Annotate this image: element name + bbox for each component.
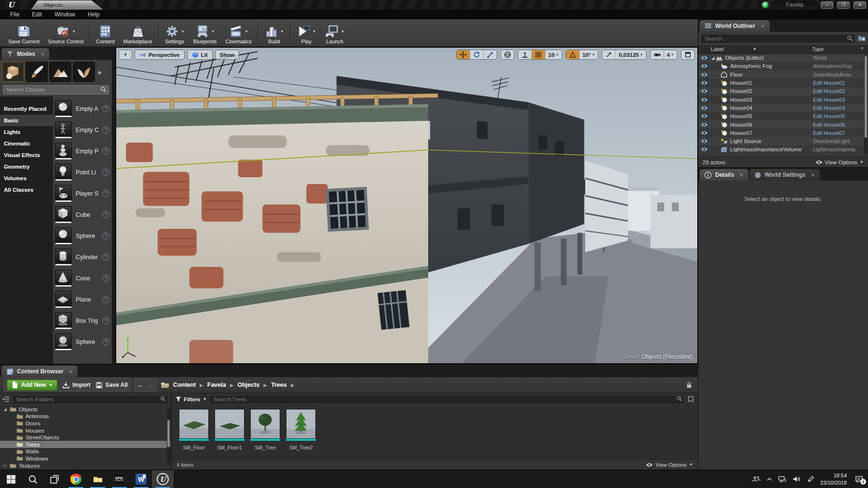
asset-thumbnail[interactable] bbox=[286, 409, 316, 439]
lock-icon[interactable] bbox=[686, 382, 692, 388]
dropdown-arrow-icon[interactable]: ▼ bbox=[72, 29, 76, 34]
viewport[interactable]: ▼ Perspective Lit Show bbox=[116, 47, 698, 364]
close-icon[interactable]: ✕ bbox=[69, 369, 73, 374]
new-folder-icon[interactable] bbox=[858, 35, 866, 41]
visibility-eye-icon[interactable] bbox=[698, 97, 710, 102]
visibility-eye-icon[interactable] bbox=[698, 80, 710, 85]
forward-button[interactable]: → bbox=[147, 381, 154, 389]
level-tab[interactable]: Objects bbox=[31, 0, 103, 10]
visibility-eye-icon[interactable] bbox=[698, 131, 710, 135]
placeable-item-5[interactable]: Cube? bbox=[55, 204, 111, 225]
help-icon[interactable]: ? bbox=[102, 147, 109, 155]
close-button[interactable]: ✕ bbox=[854, 1, 866, 9]
folder-walls[interactable]: Walls bbox=[0, 448, 171, 455]
asset-sm_floor1[interactable]: SM_Floor1 bbox=[214, 409, 245, 450]
category-cinematic[interactable]: Cinematic bbox=[0, 138, 53, 149]
dropdown-arrow-icon[interactable]: ▼ bbox=[312, 29, 316, 34]
folder-expander-icon[interactable]: ▷ bbox=[3, 463, 7, 468]
help-icon[interactable]: ? bbox=[102, 317, 109, 324]
visibility-eye-icon[interactable] bbox=[698, 114, 710, 119]
content-browser-tab[interactable]: Content Browser ✕ bbox=[1, 366, 78, 377]
dropdown-arrow-icon[interactable]: ▼ bbox=[341, 29, 345, 34]
sphere-thumb-icon[interactable] bbox=[55, 227, 72, 244]
help-icon[interactable]: ? bbox=[102, 232, 109, 239]
placeable-item-1[interactable]: Empty C? bbox=[55, 119, 111, 141]
search-assets-input[interactable] bbox=[209, 395, 685, 404]
actor-label[interactable]: House02 bbox=[730, 88, 813, 94]
placeable-item-9[interactable]: Plane? bbox=[55, 289, 111, 310]
outliner-row-5[interactable]: House03Edit House03 bbox=[698, 95, 868, 104]
folder-houses[interactable]: Houses bbox=[0, 427, 171, 434]
close-icon[interactable]: ✕ bbox=[760, 24, 764, 29]
help-icon[interactable]: ? bbox=[102, 211, 109, 218]
filters-button[interactable]: Filters ▼ bbox=[176, 396, 206, 402]
edit-blueprint-link[interactable]: Edit House04 bbox=[813, 105, 868, 111]
placeable-item-3[interactable]: Point Li? bbox=[55, 162, 111, 183]
folder-objects[interactable]: ◢Objects bbox=[0, 406, 171, 413]
view-options-button[interactable]: View Options ▼ bbox=[646, 462, 693, 468]
network-icon[interactable] bbox=[778, 476, 787, 483]
edit-blueprint-link[interactable]: Edit House01 bbox=[813, 80, 868, 86]
box-trigger-thumb-icon[interactable] bbox=[55, 312, 72, 329]
visibility-eye-icon[interactable] bbox=[698, 64, 710, 68]
taskbar-chrome-button[interactable] bbox=[65, 470, 87, 488]
edit-blueprint-link[interactable]: Edit House07 bbox=[813, 130, 868, 136]
visibility-eye-icon[interactable] bbox=[698, 55, 710, 60]
edit-blueprint-link[interactable]: Edit House05 bbox=[813, 113, 868, 119]
outliner-row-1[interactable]: Atmospheric FogAtmosphericFog bbox=[698, 62, 868, 70]
sphere-thumb-icon[interactable] bbox=[55, 100, 72, 117]
column-type[interactable]: Type bbox=[812, 46, 824, 52]
asset-thumbnail[interactable] bbox=[215, 409, 244, 439]
outliner-row-4[interactable]: House02Edit House02 bbox=[698, 87, 868, 95]
help-icon[interactable]: ? bbox=[102, 105, 109, 112]
rotation-snap-value[interactable]: 10°▼ bbox=[579, 50, 598, 59]
translate-tool-button[interactable] bbox=[457, 50, 470, 59]
marketplace-button[interactable]: Marketplace bbox=[119, 20, 157, 45]
column-label[interactable]: Label bbox=[711, 46, 724, 52]
actor-label[interactable]: LightmassImportanceVolume bbox=[730, 146, 813, 152]
character-thumb-icon[interactable] bbox=[55, 121, 72, 138]
category-basic[interactable]: Basic bbox=[0, 115, 53, 126]
help-icon[interactable]: ? bbox=[102, 126, 109, 133]
taskbar-start-button[interactable] bbox=[0, 470, 22, 488]
edit-blueprint-link[interactable]: Edit House06 bbox=[813, 122, 868, 128]
save-search-icon[interactable] bbox=[688, 396, 694, 402]
visibility-eye-icon[interactable] bbox=[698, 122, 710, 127]
pawn-thumb-icon[interactable] bbox=[55, 143, 72, 159]
windows-ink-pen-icon[interactable] bbox=[807, 476, 814, 483]
taskbar-word-button[interactable]: W bbox=[130, 470, 152, 488]
close-icon[interactable]: ✕ bbox=[811, 172, 814, 178]
taskbar-task-view-button[interactable] bbox=[43, 470, 65, 488]
category-lights[interactable]: Lights bbox=[0, 126, 53, 138]
mode-tab-place-mode[interactable] bbox=[2, 62, 24, 82]
placeable-item-8[interactable]: Cone? bbox=[55, 268, 111, 289]
visibility-eye-icon[interactable] bbox=[698, 139, 710, 144]
menu-window[interactable]: Window bbox=[48, 11, 81, 18]
folder-doors[interactable]: Doors bbox=[0, 420, 171, 427]
asset-thumbnail[interactable] bbox=[250, 409, 280, 439]
outliner-search-input[interactable] bbox=[701, 34, 855, 43]
cone-thumb-icon[interactable] bbox=[55, 270, 72, 287]
taskbar-clock[interactable]: 18:54 23/10/2018 bbox=[820, 472, 847, 486]
outliner-row-10[interactable]: Light SourceDirectionalLight bbox=[698, 137, 868, 145]
folder-textures[interactable]: ▷Textures bbox=[0, 462, 171, 469]
taskbar-unreal-engine-button[interactable]: U bbox=[152, 470, 174, 488]
dropdown-arrow-icon[interactable]: ▼ bbox=[244, 29, 248, 34]
action-center-icon[interactable]: 1 bbox=[855, 475, 863, 483]
build-button[interactable]: ▼Build bbox=[260, 20, 288, 45]
actor-label[interactable]: House07 bbox=[730, 130, 813, 136]
outliner-row-0[interactable]: ◢Objects (Editor)World bbox=[698, 54, 868, 62]
breadcrumb-objects[interactable]: Objects bbox=[237, 382, 259, 388]
folder-antennas[interactable]: Antennas bbox=[0, 413, 171, 420]
save-current-button[interactable]: Save Current bbox=[4, 20, 44, 45]
outliner-row-8[interactable]: House06Edit House06 bbox=[698, 120, 868, 129]
mode-tab-landscape-mode[interactable] bbox=[49, 62, 71, 82]
back-button[interactable]: ← bbox=[137, 381, 144, 389]
grid-snap-value[interactable]: 10▼ bbox=[545, 50, 562, 59]
scale-tool-button[interactable] bbox=[483, 50, 497, 59]
placeable-item-10[interactable]: Box Trig? bbox=[55, 310, 111, 331]
mode-tab-foliage-mode[interactable] bbox=[73, 62, 95, 82]
edit-blueprint-link[interactable]: Edit House02 bbox=[813, 88, 868, 94]
outliner-row-7[interactable]: House05Edit House05 bbox=[698, 112, 868, 120]
actor-label[interactable]: House04 bbox=[730, 105, 813, 111]
